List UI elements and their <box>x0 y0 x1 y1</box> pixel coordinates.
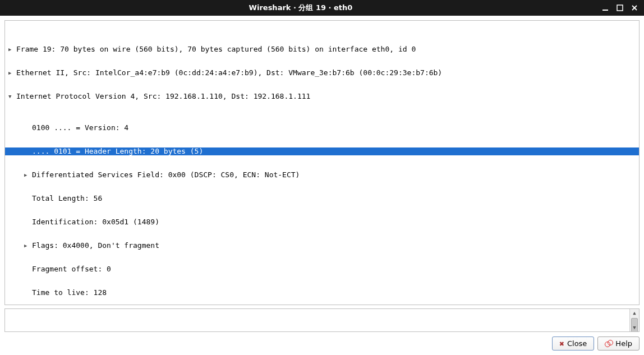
hex-dump-panel: 0000 00 0c 29 3e b7 6b 0c dd 24 a4 e7 b9… <box>4 308 640 332</box>
close-button-label: Close <box>567 339 587 348</box>
tree-label: Ethernet II, Src: IntelCor_a4:e7:b9 (0c:… <box>16 69 442 77</box>
maximize-button[interactable] <box>616 4 624 12</box>
caret-down-icon: ▼ <box>8 93 16 100</box>
tree-label: Internet Protocol Version 4, Src: 192.16… <box>16 93 310 100</box>
packet-details-tree[interactable]: ▶ Frame 19: 70 bytes on wire (560 bits),… <box>5 21 639 305</box>
tree-row-frame[interactable]: ▶ Frame 19: 70 bytes on wire (560 bits),… <box>5 45 639 53</box>
tree-row-ip-header-length[interactable]: .... 0101 = Header Length: 20 bytes (5) <box>5 147 639 155</box>
tree-row-ethernet[interactable]: ▶ Ethernet II, Src: IntelCor_a4:e7:b9 (0… <box>5 69 639 77</box>
tree-label: Fragment offset: 0 <box>32 265 111 273</box>
caret-right-icon: ▶ <box>24 242 32 250</box>
tree-label: Time to live: 128 <box>32 289 107 297</box>
svg-rect-1 <box>617 5 623 11</box>
help-button-label: Help <box>615 339 632 348</box>
tree-label: 0100 .... = Version: 4 <box>32 124 128 132</box>
hex-scrollbar[interactable]: ▲ ▼ <box>629 309 639 331</box>
close-icon <box>559 339 564 348</box>
packet-details-panel: ▶ Frame 19: 70 bytes on wire (560 bits),… <box>4 20 640 305</box>
window-title: Wireshark · 分组 19 · eth0 <box>0 3 601 13</box>
dialog-button-row: Close Help <box>4 336 640 351</box>
tree-label: Differentiated Services Field: 0x00 (DSC… <box>32 171 300 179</box>
tree-row-ip-dsfield[interactable]: ▶ Differentiated Services Field: 0x00 (D… <box>5 171 639 179</box>
tree-row-ip[interactable]: ▼ Internet Protocol Version 4, Src: 192.… <box>5 93 639 100</box>
window-controls <box>601 4 644 12</box>
tree-row-ip-flags[interactable]: ▶ Flags: 0x4000, Don't fragment <box>5 242 639 250</box>
minimize-button[interactable] <box>601 4 609 12</box>
tree-label: Frame 19: 70 bytes on wire (560 bits), 7… <box>16 45 416 53</box>
close-button[interactable]: Close <box>552 336 595 351</box>
tree-row-ip-identification[interactable]: Identification: 0x05d1 (1489) <box>5 218 639 226</box>
caret-right-icon: ▶ <box>8 69 16 77</box>
scroll-down-icon[interactable]: ▼ <box>630 324 639 331</box>
tree-row-ip-total-length[interactable]: Total Length: 56 <box>5 195 639 202</box>
tree-label: Total Length: 56 <box>32 195 102 202</box>
tree-row-ip-ttl[interactable]: Time to live: 128 <box>5 289 639 297</box>
tree-label: Identification: 0x05d1 (1489) <box>32 218 159 226</box>
tree-row-ip-version[interactable]: 0100 .... = Version: 4 <box>5 124 639 132</box>
scroll-up-icon[interactable]: ▲ <box>630 309 639 317</box>
hex-dump-body[interactable]: 0000 00 0c 29 3e b7 6b 0c dd 24 a4 e7 b9… <box>5 309 629 331</box>
caret-right-icon: ▶ <box>24 171 32 179</box>
caret-right-icon: ▶ <box>8 45 16 53</box>
window-titlebar: Wireshark · 分组 19 · eth0 <box>0 0 644 16</box>
help-icon <box>605 340 613 348</box>
svg-rect-0 <box>602 10 608 11</box>
tree-row-ip-frag-offset[interactable]: Fragment offset: 0 <box>5 265 639 273</box>
tree-label: .... 0101 = Header Length: 20 bytes (5) <box>32 147 203 155</box>
tree-label: Flags: 0x4000, Don't fragment <box>32 242 159 250</box>
close-window-button[interactable] <box>631 4 638 12</box>
help-button[interactable]: Help <box>597 336 640 351</box>
